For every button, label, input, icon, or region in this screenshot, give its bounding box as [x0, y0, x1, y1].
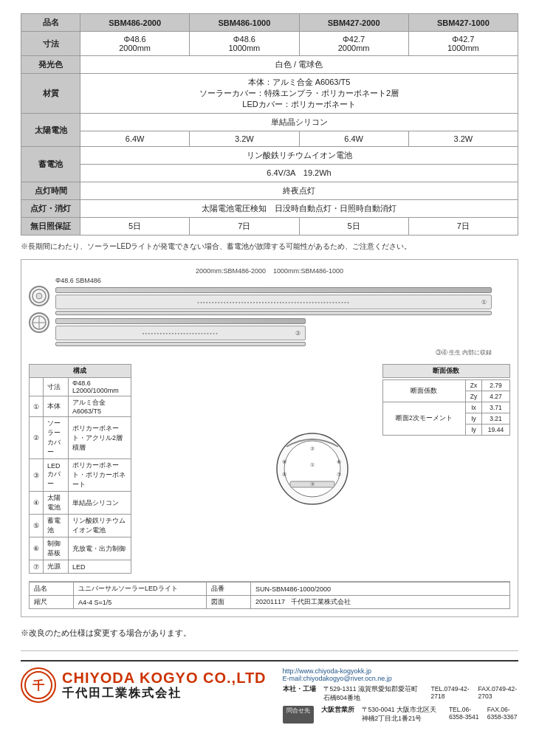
row-label-no-sun: 無日照保証 — [21, 218, 80, 236]
footer-drawing: 20201117 千代田工業株式会社 — [251, 596, 510, 609]
table-row-no-sun: 無日照保証 5日 7日 5日 7日 — [21, 218, 518, 236]
parts-row-1: ① 本体 アルミ合金 A6063/T5 — [30, 396, 131, 417]
cell-solar-sbm427-1000: 3.2W — [408, 131, 518, 147]
footer-scale: A4-4 S=1/5 — [74, 596, 207, 609]
svg-text:⑥: ⑥ — [337, 459, 341, 464]
svg-text:①: ① — [310, 462, 315, 467]
col-header-sbm486-2000: SBM486-2000 — [80, 14, 190, 32]
cell-no-sun-sbm486-2000: 5日 — [80, 218, 190, 236]
col-header-sbm427-1000: SBM427-1000 — [408, 14, 518, 32]
cross-section-title: 断面係数 — [382, 364, 510, 378]
cell-no-sun-sbm427-1000: 7日 — [408, 218, 518, 236]
table-row-material: 材質 本体：アルミ合金 A6063/T5 ソーラーカバー：特殊エンプラ・ポリカー… — [21, 74, 518, 114]
company-name-block: CHIYODA KOGYO CO.,LTD 千代田工業株式会社 — [62, 670, 267, 701]
parts-row-2: ② ソーラーカバー ポリカーボネート・アクリル2層積層 — [30, 417, 131, 459]
company-name-ja: 千代田工業株式会社 — [62, 686, 267, 701]
company-osaka-label: 大阪営業所 — [321, 706, 354, 724]
cell-battery-type: リン酸鉄リチウムイオン電池 — [80, 147, 518, 165]
footer-drawing-date: 20201117 — [255, 598, 285, 605]
company-hq-tel: TEL.0749-42-2718 — [431, 685, 471, 703]
svg-text:⑤: ⑤ — [282, 472, 286, 477]
footer-drawing-label: 図面 — [207, 596, 251, 609]
cell-no-sun-sbm486-1000: 7日 — [190, 218, 299, 236]
table-row-light-color: 発光色 白色 / 電球色 — [21, 56, 518, 74]
row-label-solar: 太陽電池 — [21, 114, 80, 147]
company-hq-label: 本社・工場 — [283, 685, 316, 703]
footer-product-name-label: 品名 — [30, 583, 74, 596]
company-osaka-fax: FAX.06-6358-3367 — [487, 706, 518, 724]
diagram-title-1000: 1000mm:SBM486-1000 — [273, 267, 343, 275]
led-bar-label: Φ48.6 SBM486 — [55, 277, 510, 284]
company-email[interactable]: E-mail:chiyodakogyo@river.ocn.ne.jp — [283, 675, 392, 682]
row-label-lighting-time: 点灯時間 — [21, 182, 80, 200]
parts-row-4: ④ 太陽電池 単結晶シリコン — [30, 492, 131, 515]
table-row-dimensions: 寸法 Φ48.62000mm Φ48.61000mm Φ42.72000mm Φ… — [21, 32, 518, 56]
footer-company: 千代田工業株式会社 — [291, 598, 351, 605]
row-label-dimensions: 寸法 — [21, 32, 80, 56]
cell-battery-capacity: 6.4V/3A 19.2Wh — [80, 165, 518, 182]
parts-row-size: 寸法 Φ48.6 L2000/1000mm — [30, 378, 131, 396]
col-header-sbm486-1000: SBM486-1000 — [190, 14, 299, 32]
company-hq-address: 〒529-1311 滋賀県愛知郡愛荘町石橋804番地 — [323, 685, 424, 703]
diagram-footer-row2: 縮尺 A4-4 S=1/5 図面 20201117 千代田工業株式会社 — [30, 596, 510, 609]
cell-solar-type: 単結晶シリコン — [80, 114, 518, 131]
footer-product-code: SUN-SBM486-1000/2000 — [251, 583, 510, 596]
cell-dim-sbm427-2000: Φ42.72000mm — [299, 32, 408, 56]
cell-solar-sbm486-2000: 6.4W — [80, 131, 190, 147]
company-logo-icon: 千 — [21, 667, 56, 703]
company-osaka-row: 問合せ先 大阪営業所 〒530-0041 大阪市北区天神橋2丁目北1番21号 T… — [283, 706, 518, 724]
row-label-battery: 蓄電池 — [21, 147, 80, 182]
cell-dim-sbm427-1000: Φ42.71000mm — [408, 32, 518, 56]
table-row-battery-type: 蓄電池 リン酸鉄リチウムイオン電池 — [21, 147, 518, 165]
footer-divider — [21, 650, 518, 651]
parts-row-5: ⑤ 蓄電池 リン酸鉄リチウムイオン電池 — [30, 515, 131, 537]
circle-icon-2 — [29, 312, 49, 333]
footer-scale-label: 縮尺 — [30, 596, 74, 609]
cell-on-off: 太陽電池電圧検知 日没時自動点灯・日照時自動消灯 — [80, 200, 518, 218]
svg-text:⑦: ⑦ — [337, 472, 341, 477]
cell-no-sun-sbm427-2000: 5日 — [299, 218, 408, 236]
row-label-light-color: 発光色 — [21, 56, 80, 74]
cell-solar-sbm486-1000: 3.2W — [190, 131, 299, 147]
company-osaka-address: 〒530-0041 大阪市北区天神橋2丁目北1番21号 — [362, 706, 442, 724]
bottom-note: ※改良のため仕様は変更する場合があります。 — [21, 628, 518, 639]
company-logo-block: 千 CHIYODA KOGYO CO.,LTD 千代田工業株式会社 — [21, 667, 267, 703]
svg-text:千: 千 — [32, 678, 45, 692]
company-osaka-tel: TEL.06-6358-3541 — [449, 706, 480, 724]
table-row-solar-watts: 6.4W 3.2W 6.4W 3.2W — [21, 131, 518, 147]
parts-table-header: 構成 — [30, 365, 131, 378]
company-name-en: CHIYODA KOGYO CO.,LTD — [62, 670, 267, 686]
cross-section-svg: ② ① ③ ④ ⑤ ⑥ ⑦ — [272, 428, 353, 509]
parts-row-3: ③ LEDカバー ポリカーボネート・ポリカーボネート — [30, 459, 131, 492]
parts-row-7: ⑦ 光源 LED — [30, 560, 131, 574]
company-hq-row: 本社・工場 〒529-1311 滋賀県愛知郡愛荘町石橋804番地 TEL.074… — [283, 685, 518, 703]
svg-text:④: ④ — [282, 459, 286, 464]
diagram-box: 2000mm:SBM486-2000 1000mm:SBM486-1000 — [21, 259, 518, 617]
company-hq-fax: FAX.0749-42-2703 — [478, 685, 518, 703]
page-container: 品名 SBM486-2000 SBM486-1000 SBM427-2000 S… — [0, 0, 539, 737]
svg-point-1 — [36, 293, 42, 299]
cell-lighting-time: 終夜点灯 — [80, 182, 518, 200]
company-links: http://www.chiyoda-kogyokk.jp E-mail:chi… — [283, 667, 518, 682]
svg-text:③: ③ — [310, 481, 315, 487]
row-label-material: 材質 — [21, 74, 80, 114]
cell-solar-sbm427-2000: 6.4W — [299, 131, 408, 147]
parts-row-6: ⑥ 制御基板 充放電・出力制御 — [30, 537, 131, 560]
company-info: http://www.chiyoda-kogyokk.jp E-mail:chi… — [283, 667, 518, 724]
col-header-sbm427-2000: SBM427-2000 — [299, 14, 408, 32]
row-label-on-off: 点灯・消灯 — [21, 200, 80, 218]
table-row-solar-type: 太陽電池 単結晶シリコン — [21, 114, 518, 131]
cell-light-color: 白色 / 電球色 — [80, 56, 518, 74]
contact-badge: 問合せ先 — [283, 706, 314, 724]
diagram-title-2000: 2000mm:SBM486-2000 — [196, 267, 266, 275]
col-header-label: 品名 — [21, 14, 80, 32]
cross-section-table: 断面係数 Zx 2.79 Zy 4.27 断面2次モーメント Ix 3.71 — [382, 379, 510, 436]
cell-dim-sbm486-1000: Φ48.61000mm — [190, 32, 299, 56]
company-website[interactable]: http://www.chiyoda-kogyokk.jp — [283, 667, 372, 675]
footer-product-code-label: 品番 — [207, 583, 251, 596]
spec-table: 品名 SBM486-2000 SBM486-1000 SBM427-2000 S… — [21, 13, 518, 236]
spec-note: ※長期間にわたり、ソーラーLEDライトが発電できない場合、蓄電池が故障する可能性… — [21, 241, 518, 252]
cell-material: 本体：アルミ合金 A6063/T5 ソーラーカバー：特殊エンプラ・ポリカーボネー… — [80, 74, 518, 114]
cell-dim-sbm486-2000: Φ48.62000mm — [80, 32, 190, 56]
svg-text:②: ② — [310, 446, 315, 451]
